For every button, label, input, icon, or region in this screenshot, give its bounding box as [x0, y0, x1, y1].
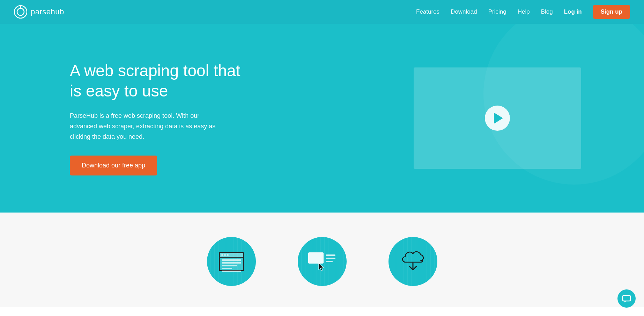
svg-point-1 [17, 8, 24, 15]
nav-links: Features Download Pricing Help Blog Log … [416, 5, 630, 19]
download-cta-button[interactable]: Download our free app [70, 156, 157, 175]
svg-rect-5 [623, 295, 630, 301]
browser-lines [220, 258, 243, 273]
feature-cloud-circle [388, 237, 437, 286]
cloud-download-icon [399, 250, 427, 273]
signup-button[interactable]: Sign up [593, 5, 630, 19]
nav-help[interactable]: Help [518, 8, 530, 15]
nav-blog[interactable]: Blog [541, 8, 553, 15]
svg-marker-3 [319, 263, 324, 271]
feature-click [298, 237, 347, 286]
browser-dot-3 [227, 254, 229, 256]
text-lines [326, 254, 335, 262]
chat-icon [622, 295, 631, 302]
play-triangle-icon [494, 113, 503, 124]
feature-click-circle [298, 237, 347, 286]
logo-text: parsehub [31, 7, 64, 16]
nav-features[interactable]: Features [416, 8, 439, 15]
browser-icon [219, 252, 244, 271]
text-line-1 [326, 254, 335, 256]
nav-pricing[interactable]: Pricing [488, 8, 506, 15]
features-section [0, 213, 644, 307]
feature-cloud [388, 237, 437, 286]
browser-line-4 [222, 268, 232, 269]
hero-content: A web scraping tool that is easy to use … [70, 61, 244, 175]
chat-bubble-button[interactable] [617, 289, 636, 307]
feature-browser-circle [207, 237, 256, 286]
hero-video-placeholder[interactable] [414, 67, 581, 169]
browser-line-1 [222, 259, 241, 261]
login-link[interactable]: Log in [564, 8, 582, 15]
cursor-icon [318, 262, 326, 272]
play-button[interactable] [485, 106, 510, 131]
feature-browser [207, 237, 256, 286]
browser-dot-1 [221, 254, 223, 256]
browser-line-3 [222, 265, 237, 266]
browser-line-5 [222, 271, 241, 272]
text-line-2 [326, 258, 335, 259]
browser-dot-2 [224, 254, 226, 256]
browser-bar [220, 253, 243, 258]
nav-download[interactable]: Download [451, 8, 477, 15]
logo-link[interactable]: parsehub [14, 5, 64, 19]
hero-title: A web scraping tool that is easy to use [70, 61, 244, 101]
navbar: parsehub Features Download Pricing Help … [0, 0, 644, 24]
click-icon-wrapper [308, 251, 336, 272]
hero-description: ParseHub is a free web scraping tool. Wi… [70, 111, 220, 142]
browser-line-2 [222, 262, 241, 264]
hero-section: A web scraping tool that is easy to use … [0, 24, 644, 213]
text-line-3 [326, 261, 333, 262]
parsehub-logo-icon [14, 5, 27, 19]
